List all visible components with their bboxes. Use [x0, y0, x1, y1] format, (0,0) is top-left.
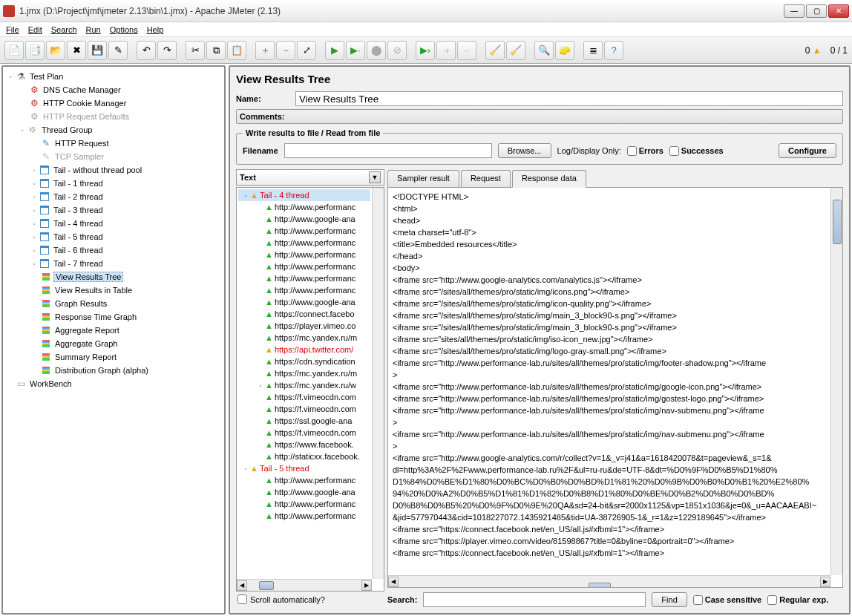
tree-defaults[interactable]: HTTP Request Defaults [42, 112, 131, 121]
result-item[interactable]: ▲https://cdn.syndication [238, 355, 370, 367]
result-item[interactable]: ▲https://f.vimeocdn.com [238, 427, 370, 439]
result-item[interactable]: ▲https://api.twitter.com/ [238, 344, 370, 355]
help-button[interactable]: ? [604, 41, 623, 60]
paste-button[interactable]: 📋 [227, 41, 246, 60]
horizontal-scrollbar[interactable]: ◀ ▶ [388, 575, 830, 587]
tab-response-data[interactable]: Response data [512, 170, 586, 188]
case-sensitive-checkbox[interactable]: Case sensitive [693, 595, 761, 605]
save-as-button[interactable]: ✎ [108, 41, 128, 60]
tree-listener[interactable]: Aggregate Graph [53, 339, 119, 348]
start-no-pause-button[interactable]: ▶· [346, 41, 365, 60]
tree-tail[interactable]: Tail - 6 thread [52, 246, 105, 255]
function-helper-button[interactable]: ≣ [583, 41, 603, 60]
filename-input[interactable] [284, 143, 492, 158]
save-button[interactable]: 💾 [88, 41, 107, 60]
templates-button[interactable]: 📑 [25, 41, 45, 60]
menu-options[interactable]: Options [110, 25, 138, 34]
expand-icon[interactable]: ◦ [6, 73, 15, 81]
tree-cookie[interactable]: HTTP Cookie Manager [42, 99, 128, 108]
tree-listener[interactable]: Distribution Graph (alpha) [53, 366, 150, 375]
successes-checkbox[interactable]: Successes [669, 146, 724, 156]
maximize-button[interactable]: ▢ [806, 4, 827, 18]
result-item[interactable]: ▲https://f.vimeocdn.com [238, 391, 370, 403]
tree-test-plan[interactable]: Test Plan [28, 72, 65, 81]
result-item[interactable]: ▲http://www.google-ana [238, 296, 370, 308]
expand-button[interactable]: ＋ [255, 41, 275, 60]
close-button[interactable]: ✕ [828, 4, 849, 18]
remote-start-button[interactable]: ▶› [416, 41, 435, 60]
tree-tail[interactable]: Tail - without thread pool [52, 166, 143, 174]
new-button[interactable]: 📄 [4, 41, 24, 60]
vertical-scrollbar[interactable] [372, 188, 384, 579]
expand-icon[interactable]: ◦ [30, 193, 39, 201]
tab-request[interactable]: Request [461, 170, 511, 188]
name-input[interactable] [295, 91, 843, 106]
browse-button[interactable]: Browse... [498, 143, 551, 158]
result-item[interactable]: ▲http://www.performanc [238, 249, 370, 261]
result-item[interactable]: ▲http://www.performanc [238, 237, 370, 249]
result-item[interactable]: ▲http://www.performanc [238, 225, 370, 237]
search-input[interactable] [423, 592, 646, 607]
remote-shutdown-button[interactable]: ·· [457, 41, 476, 60]
result-item[interactable]: ▲http://www.performanc [238, 201, 370, 213]
scroll-right-icon[interactable]: ▶ [361, 580, 372, 591]
errors-checkbox[interactable]: Errors [627, 146, 663, 156]
scroll-thumb[interactable] [259, 581, 274, 590]
close-file-button[interactable]: ✖ [67, 41, 86, 60]
result-item[interactable]: ▲https://player.vimeo.co [238, 320, 370, 332]
copy-button[interactable]: ⧉ [206, 41, 226, 60]
result-item[interactable]: ▲http://www.performanc [238, 510, 370, 522]
expand-icon[interactable]: ◦ [30, 260, 39, 268]
result-item[interactable]: ▲http://www.performanc [238, 498, 370, 510]
result-item[interactable]: ▲https://www.facebook. [238, 439, 370, 450]
tab-sampler-result[interactable]: Sampler result [387, 170, 459, 188]
tree-tail[interactable]: Tail - 1 thread [52, 179, 105, 188]
expand-icon[interactable]: ◦ [30, 246, 39, 255]
test-plan-tree[interactable]: ◦⚗Test Plan ⚙DNS Cache Manager ⚙HTTP Coo… [1, 65, 226, 615]
response-body[interactable]: <!DOCTYPE HTML><html><head> <meta charse… [387, 187, 843, 588]
expand-icon[interactable]: ◦ [18, 126, 27, 134]
menu-help[interactable]: Help [147, 25, 164, 34]
tree-listener[interactable]: View Results in Table [53, 286, 134, 295]
result-item[interactable]: ▲http://www.performanc [238, 474, 370, 486]
clear-button[interactable]: 🧹 [485, 41, 505, 60]
tree-tail[interactable]: Tail - 7 thread [52, 259, 105, 268]
shutdown-button[interactable]: ⊘ [387, 41, 407, 60]
result-item[interactable]: ▲https://ssl.google-ana [238, 415, 370, 427]
scroll-thumb[interactable] [589, 583, 611, 589]
scroll-thumb[interactable] [833, 200, 842, 244]
result-item[interactable]: ▲https://mc.yandex.ru/m [238, 367, 370, 379]
result-item[interactable]: ▲https://mc.yandex.ru/m [238, 332, 370, 344]
scroll-left-icon[interactable]: ◀ [388, 577, 399, 587]
result-group[interactable]: ◦▲Tail - 4 thread [238, 189, 370, 201]
search-tb-button[interactable]: 🔍 [534, 41, 554, 60]
tree-listener[interactable]: Graph Results [53, 299, 108, 308]
toggle-button[interactable]: ⤢ [297, 41, 316, 60]
expand-icon[interactable]: ◦ [30, 166, 39, 174]
menu-run[interactable]: Run [86, 25, 101, 34]
reset-search-button[interactable]: 🧽 [555, 41, 574, 60]
tree-tail[interactable]: Tail - 3 thread [52, 206, 105, 214]
tree-listener[interactable]: Aggregate Report [53, 326, 121, 335]
scroll-auto-checkbox[interactable]: Scroll automatically? [236, 592, 384, 607]
scroll-left-icon[interactable]: ◀ [237, 580, 247, 591]
horizontal-scrollbar[interactable]: ◀ ▶ [237, 579, 372, 591]
expand-icon[interactable]: ◦ [256, 381, 265, 390]
undo-button[interactable]: ↶ [137, 41, 156, 60]
minimize-button[interactable]: — [784, 4, 805, 18]
collapse-button[interactable]: － [276, 41, 295, 60]
vertical-scrollbar[interactable] [830, 188, 842, 575]
cut-button[interactable]: ✂ [186, 41, 205, 60]
tree-listener[interactable]: Summary Report [53, 353, 118, 361]
menu-file[interactable]: File [6, 25, 19, 34]
result-item[interactable]: ▲http://www.google-ana [238, 213, 370, 225]
tree-thread-group[interactable]: Thread Group [40, 125, 94, 134]
result-item[interactable]: ◦▲https://mc.yandex.ru/w [238, 379, 370, 391]
menu-search[interactable]: Search [51, 25, 77, 34]
redo-button[interactable]: ↷ [157, 41, 177, 60]
tree-tail[interactable]: Tail - 2 thread [52, 192, 105, 201]
expand-icon[interactable]: ◦ [241, 465, 250, 473]
tree-dns[interactable]: DNS Cache Manager [42, 85, 122, 94]
stop-button[interactable]: ⬤ [367, 41, 386, 60]
tree-tcp[interactable]: TCP Sampler [53, 152, 105, 161]
